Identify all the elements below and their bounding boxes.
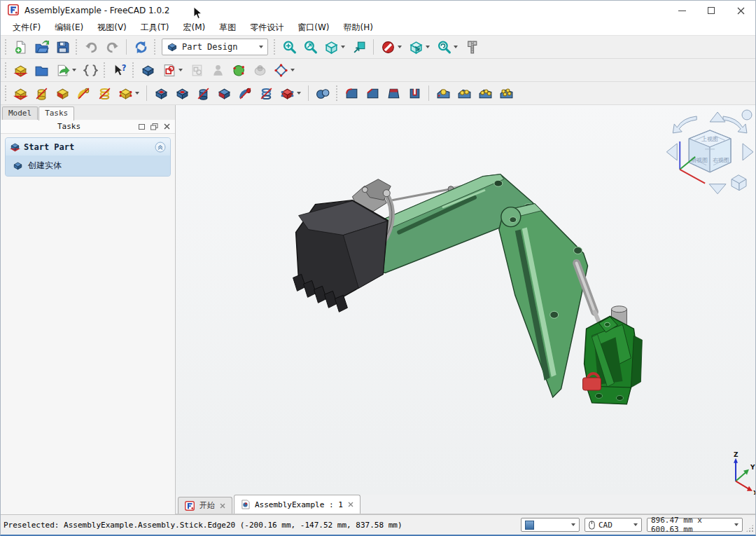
dock-float-button[interactable] <box>150 123 158 131</box>
nav-rotate-left-icon[interactable] <box>673 116 696 133</box>
navigation-cube[interactable]: 上视图 前视图 右视图 <box>689 130 731 172</box>
multitransform-button[interactable] <box>496 83 517 103</box>
hole-button[interactable] <box>172 83 192 103</box>
expression-button[interactable] <box>80 60 101 80</box>
toolbar-grip[interactable] <box>4 39 8 55</box>
whats-this-button[interactable]: ? <box>108 60 130 80</box>
subtractive-primitive-button[interactable] <box>276 83 304 103</box>
save-button[interactable] <box>52 37 73 57</box>
groove-button[interactable] <box>192 83 214 103</box>
toolbar-grip[interactable] <box>4 85 8 101</box>
create-solid-item[interactable]: 创建实体 <box>6 156 170 176</box>
toolbar-grip[interactable] <box>153 39 157 55</box>
pocket-button[interactable] <box>150 83 172 103</box>
fit-all-button[interactable] <box>279 37 300 57</box>
zoom-selection-button[interactable] <box>300 37 321 57</box>
float-icon <box>150 123 158 130</box>
menu-part-design[interactable]: 零件设计 <box>244 20 290 35</box>
toolbar-grip[interactable] <box>335 85 339 101</box>
menu-help[interactable]: 帮助(H) <box>337 20 379 35</box>
linear-pattern-button[interactable] <box>454 83 475 103</box>
polar-pattern-button[interactable] <box>475 83 496 103</box>
toolbar-grip[interactable] <box>4 62 8 78</box>
start-part-header[interactable]: Start Part <box>6 138 170 156</box>
chamfer-button[interactable] <box>362 83 383 103</box>
open-document-button[interactable] <box>31 37 52 57</box>
additive-primitive-button[interactable] <box>115 83 143 103</box>
validate-sketch-button[interactable] <box>228 60 249 80</box>
tab-assembly-example[interactable]: AssemblyExample : 1 <box>234 495 360 514</box>
subtractive-helix-button[interactable] <box>255 83 276 103</box>
create-group-button[interactable] <box>31 60 52 80</box>
nav-dot-button[interactable] <box>742 110 752 120</box>
menu-sketch[interactable]: 草图 <box>213 20 242 35</box>
navigation-style-dropdown[interactable]: CAD <box>584 518 642 532</box>
fillet-button[interactable] <box>341 83 362 103</box>
boom-plate[interactable] <box>499 204 588 397</box>
box-selection-button[interactable] <box>349 37 370 57</box>
toolbar-file-view: Part Design <box>1 36 755 59</box>
subtractive-loft-button[interactable] <box>214 83 234 103</box>
merge-sketch-button[interactable] <box>249 60 270 80</box>
collapse-chevron-icon[interactable] <box>155 142 166 153</box>
menu-view[interactable]: 视图(V) <box>91 20 133 35</box>
boolean-button[interactable] <box>312 83 333 103</box>
nav-rotate-right-icon[interactable] <box>723 116 747 133</box>
undo-button[interactable] <box>80 37 102 57</box>
measure-button[interactable] <box>461 37 482 57</box>
create-body-button[interactable] <box>137 60 158 80</box>
minimize-button[interactable] <box>667 1 696 20</box>
revolution-button[interactable] <box>31 83 52 103</box>
create-part-button[interactable] <box>10 60 31 80</box>
mirrored-button[interactable] <box>433 83 454 103</box>
close-button[interactable] <box>726 1 755 20</box>
pad-button[interactable] <box>10 83 31 103</box>
menu-edit[interactable]: 编辑(E) <box>48 20 90 35</box>
thickness-button[interactable] <box>404 83 425 103</box>
maximize-button[interactable] <box>696 1 726 20</box>
create-sketch-button[interactable] <box>158 60 186 80</box>
isometric-view-button[interactable] <box>321 37 349 57</box>
tab-model[interactable]: Model <box>2 106 38 120</box>
tab-close-button[interactable] <box>348 502 354 507</box>
refresh-button[interactable] <box>130 37 151 57</box>
additive-loft-button[interactable] <box>52 83 73 103</box>
toolbar-grip[interactable] <box>273 39 276 55</box>
toolbar-grip[interactable] <box>132 62 135 78</box>
nav-mini-cube[interactable] <box>732 175 746 191</box>
bucket[interactable] <box>293 200 388 312</box>
toolbar-grip[interactable] <box>103 62 106 78</box>
clipping-plane-button[interactable] <box>377 37 405 57</box>
additive-helix-button[interactable] <box>94 83 115 103</box>
make-link-button[interactable] <box>52 60 80 80</box>
tab-tasks[interactable]: Tasks <box>38 106 74 121</box>
menu-macro[interactable]: 宏(M) <box>177 20 212 35</box>
toolbar-grip[interactable] <box>75 39 78 55</box>
draft-button[interactable] <box>383 83 404 103</box>
document-icon <box>241 500 250 509</box>
nav-arrow-down[interactable] <box>709 184 726 194</box>
sync-view-button[interactable] <box>433 37 461 57</box>
nav-arrow-left[interactable] <box>666 144 677 160</box>
create-datum-button[interactable] <box>270 60 298 80</box>
menu-tools[interactable]: 工具(T) <box>134 20 176 35</box>
nav-arrow-right[interactable] <box>743 144 753 160</box>
tab-start-page[interactable]: 开始 <box>178 497 232 514</box>
dock-restore-button[interactable] <box>137 123 146 131</box>
appearance-button[interactable] <box>207 60 228 80</box>
additive-pipe-button[interactable] <box>73 83 94 103</box>
subtractive-pipe-button[interactable] <box>234 83 255 103</box>
redo-button[interactable] <box>102 37 122 57</box>
style-swatch-icon <box>525 521 534 530</box>
new-document-button[interactable] <box>10 37 31 57</box>
edit-sketch-button[interactable] <box>186 60 207 80</box>
menu-file[interactable]: 文件(F) <box>6 20 47 35</box>
render-style-dropdown[interactable] <box>521 518 580 532</box>
view-size-dropdown[interactable]: 896.47 mm x 600.63 mm <box>647 518 743 532</box>
3d-viewport[interactable]: 上视图 前视图 右视图 <box>176 105 755 495</box>
menu-window[interactable]: 窗口(W) <box>291 20 335 35</box>
view-cube-select-button[interactable] <box>405 37 433 57</box>
dock-close-button[interactable] <box>162 123 171 131</box>
tab-close-button[interactable] <box>220 503 225 509</box>
workbench-selector[interactable]: Part Design <box>162 39 268 55</box>
